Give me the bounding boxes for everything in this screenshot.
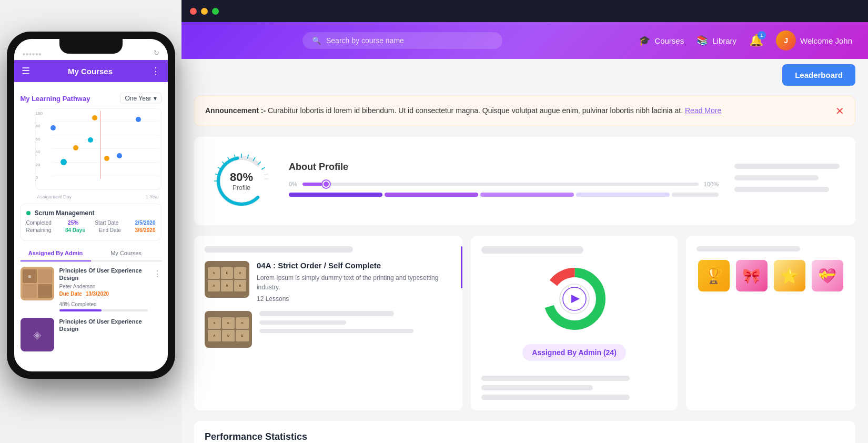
- pci-prog-label-1: 48% Completed: [59, 301, 97, 307]
- avatar: J: [776, 31, 796, 51]
- svg-line-14: [265, 178, 269, 179]
- ph-desc: [259, 329, 413, 333]
- progress-bar-1: [289, 193, 719, 197]
- courses-icon: 🎓: [639, 35, 650, 46]
- gridline-h-1: [52, 121, 159, 122]
- phone-course-info-1: Principles Of User Experience Design Pet…: [59, 267, 148, 311]
- hamburger-icon[interactable]: ☰: [22, 65, 30, 77]
- gauge-percent: 80%: [230, 170, 253, 184]
- chart-x-labels: Assignment Day 1 Year: [35, 194, 162, 199]
- donut-card-header: [481, 246, 583, 254]
- tab-my-courses[interactable]: My Courses: [91, 246, 162, 260]
- lp-header: My Learning Pathway One Year ▾: [21, 93, 162, 104]
- notification-bell[interactable]: 🔔 1: [749, 34, 763, 47]
- phone-title: My Courses: [68, 67, 113, 76]
- gridline-h-5: [52, 176, 159, 176]
- leaderboard-button[interactable]: Leaderboard: [782, 64, 855, 86]
- profile-right-section: [734, 164, 840, 198]
- y-axis: 100806040200: [36, 111, 51, 180]
- phone-header: ☰ My Courses ⋮: [14, 60, 168, 82]
- courses-nav-item[interactable]: 🎓 Courses: [639, 35, 684, 46]
- profile-right: About Profile 0% 100%: [289, 162, 719, 201]
- dot-blue-1: [51, 125, 56, 130]
- pci-prog-fill-1: [59, 309, 102, 311]
- phone-tabs: Assigned By Admin My Courses: [21, 246, 162, 261]
- segment-medium: [480, 193, 574, 197]
- slider-thumb: [322, 180, 330, 188]
- placeholder-lines: [481, 376, 667, 400]
- search-bar[interactable]: 🔍 Search by course name: [302, 32, 502, 49]
- gridline-h-3: [52, 148, 159, 149]
- top-navigation: 🔍 Search by course name 🎓 Courses 📚 Libr…: [181, 22, 868, 59]
- ux-tile-2: [38, 269, 52, 283]
- cards-row: S E O A U D 04A : Strict Order / Self Co…: [194, 236, 855, 410]
- tile2-s: S: [208, 317, 221, 329]
- course-more-icon[interactable]: ⋮: [153, 269, 162, 279]
- performance-section: Performance Statistics: [194, 421, 855, 443]
- one-year-dropdown[interactable]: One Year ▾: [120, 93, 161, 104]
- profile-section: 80% Profile About Profile 0% 100%: [194, 137, 855, 225]
- course-lessons-1: 12 Lessons: [257, 295, 452, 303]
- learning-pathway-section: My Learning Pathway One Year ▾ 100806040…: [21, 88, 162, 204]
- ph-bar-2: [734, 175, 819, 180]
- tile-s: S: [208, 267, 220, 279]
- phone-notch: [59, 39, 123, 54]
- nav-right: 🎓 Courses 📚 Library 🔔 1 J Welcome John: [639, 31, 852, 51]
- segment-violet: [385, 193, 478, 197]
- gridline-h-4: [52, 162, 159, 163]
- phone-course-thumb-2: ◈: [21, 318, 54, 351]
- refresh-icon[interactable]: ↻: [154, 49, 159, 57]
- pci-progress-1: 48% Completed: [59, 299, 148, 311]
- tile-a: A: [208, 280, 220, 291]
- search-icon: 🔍: [312, 36, 321, 45]
- dot-yellow-2: [73, 145, 78, 150]
- pci-prog-bar-1: [59, 309, 148, 311]
- course-title-1: 04A : Strict Order / Self Complete: [257, 261, 452, 270]
- slider-track[interactable]: [302, 183, 699, 186]
- cp-status-dot: [26, 211, 31, 215]
- phone-course-item-2: ◈ Principles Of User Experience Design: [21, 318, 162, 351]
- library-nav-item[interactable]: 📚 Library: [697, 35, 736, 46]
- read-more-link[interactable]: Read More: [685, 106, 721, 115]
- course-info-2-placeholder: [259, 311, 452, 333]
- red-vertical-line: [100, 111, 101, 179]
- dot-yellow-1: [92, 115, 97, 120]
- more-options-icon[interactable]: ⋮: [151, 65, 160, 77]
- pci-due-1: Due Date 13/3/2020: [59, 291, 148, 297]
- assigned-admin-badge: Assigned By Admin (24): [522, 344, 626, 361]
- announcement-close-button[interactable]: ✕: [835, 105, 844, 117]
- performance-title: Performance Statistics: [205, 431, 845, 442]
- mac-minimize-dot[interactable]: [201, 8, 208, 15]
- mac-close-dot[interactable]: [190, 8, 197, 15]
- pci-title-1: Principles Of User Experience Design: [59, 267, 148, 282]
- phone-course-thumb-1: ⊗: [21, 267, 54, 300]
- slider-row[interactable]: 0% 100%: [289, 181, 719, 187]
- scroll-indicator: [461, 246, 462, 288]
- ph-sub: [259, 320, 346, 325]
- end-date-value: 3/6/2020: [135, 227, 156, 233]
- tile-o: O: [234, 267, 246, 279]
- chevron-down-icon: ▾: [154, 95, 157, 102]
- tile2-a: A: [208, 330, 221, 341]
- library-icon: 📚: [697, 35, 708, 46]
- range-start: 0%: [289, 181, 297, 187]
- ph-bar-3: [734, 187, 829, 192]
- main-content: Leaderboard Announcement :- Curabitur lo…: [181, 59, 868, 443]
- tab-assigned-by-admin[interactable]: Assigned By Admin: [21, 246, 91, 261]
- tile-e: E: [221, 267, 233, 279]
- announcement-banner: Announcement :- Curabitur lobortis id lo…: [194, 96, 855, 126]
- svg-line-12: [261, 167, 265, 169]
- dot-yellow-3: [104, 156, 109, 161]
- announcement-label: Announcement :-: [205, 106, 266, 115]
- mac-maximize-dot[interactable]: [212, 8, 219, 15]
- user-profile-nav[interactable]: J Welcome John: [776, 31, 852, 51]
- cp-stats-1: Completed 25% Start Date 2/5/2020: [26, 220, 156, 226]
- ph-line-1: [481, 376, 630, 381]
- status-time: ●●●●●●: [23, 51, 42, 57]
- phone-mockup: ●●●●●● ↻ ☰ My Courses ⋮ My Learning Path…: [0, 32, 192, 431]
- course-item-2: S E O A U D: [205, 311, 452, 348]
- search-input[interactable]: Search by course name: [326, 36, 404, 45]
- lp-title: My Learning Pathway: [21, 95, 90, 103]
- ph-line-2: [481, 385, 593, 390]
- gridline-h-2: [52, 135, 159, 135]
